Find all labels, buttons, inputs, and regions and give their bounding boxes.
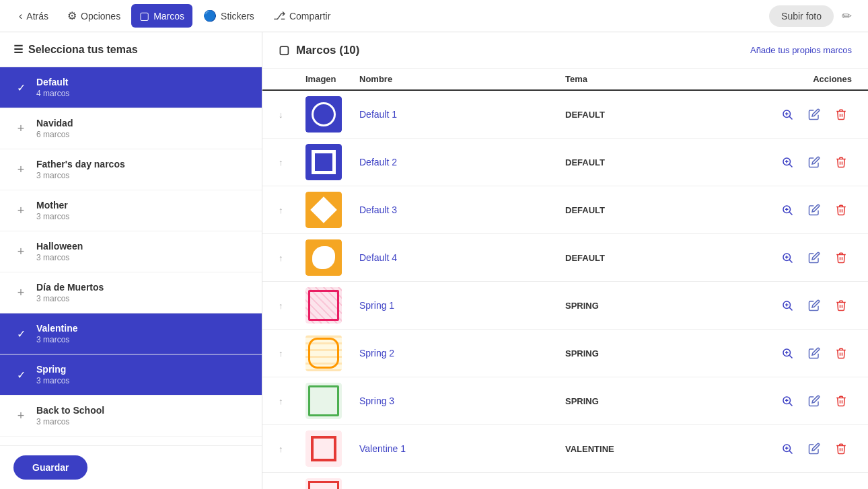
- sidebar-item-back-school[interactable]: + Back to School 3 marcos: [0, 396, 262, 437]
- zoom-button[interactable]: [776, 342, 798, 364]
- share-icon: ⎇: [273, 9, 285, 22]
- back-button[interactable]: ‹ Atrás: [11, 5, 57, 28]
- delete-button[interactable]: [830, 295, 852, 316]
- zoom-button[interactable]: [776, 199, 798, 221]
- col-header-tema: Tema: [565, 74, 771, 84]
- back-icon: ‹: [19, 10, 22, 22]
- sidebar-item-title: Father's day narcos: [36, 159, 248, 170]
- edit-button[interactable]: [803, 199, 825, 221]
- frame-name[interactable]: Default 1: [359, 109, 565, 120]
- share-label: Compartir: [289, 11, 330, 22]
- sidebar-item-title: Spring: [36, 364, 248, 375]
- delete-button[interactable]: [830, 104, 852, 125]
- col-header-imagen: Imagen: [305, 74, 359, 84]
- sidebar-item-text: Default 4 marcos: [36, 77, 248, 98]
- stickers-button[interactable]: 🔵 Stickers: [195, 4, 262, 28]
- zoom-button[interactable]: [776, 104, 798, 125]
- edit-button[interactable]: [803, 295, 825, 316]
- stickers-label: Stickers: [221, 11, 254, 22]
- edit-button[interactable]: [803, 438, 825, 459]
- sidebar-item-sub: 3 marcos: [36, 335, 248, 344]
- frame-theme: DEFAULT: [565, 253, 771, 263]
- svg-line-29: [789, 451, 792, 453]
- frame-name[interactable]: Spring 3: [359, 396, 565, 406]
- sidebar-item-fathers-day[interactable]: + Father's day narcos 3 marcos: [0, 149, 262, 190]
- sidebar-item-halloween[interactable]: + Halloween 3 marcos: [0, 231, 262, 272]
- frames-button[interactable]: ▢ Marcos: [131, 4, 192, 28]
- back-label: Atrás: [26, 11, 48, 22]
- delete-button[interactable]: [830, 151, 852, 173]
- frame-theme: SPRING: [565, 396, 771, 406]
- sidebar-item-title: Día de Muertos: [36, 282, 248, 293]
- delete-button[interactable]: [830, 438, 852, 459]
- sidebar-item-dia-muertos[interactable]: + Día de Muertos 3 marcos: [0, 272, 262, 313]
- frame-name[interactable]: Default 3: [359, 204, 565, 215]
- sidebar-item-default[interactable]: ✓ Default 4 marcos: [0, 67, 262, 108]
- sidebar-item-text: Navidad 6 marcos: [36, 118, 248, 139]
- frame-thumbnail: [305, 383, 342, 419]
- delete-button[interactable]: [830, 247, 852, 268]
- edit-button[interactable]: [803, 104, 825, 125]
- share-button[interactable]: ⎇ Compartir: [265, 4, 338, 28]
- edit-button[interactable]: [803, 486, 825, 489]
- zoom-button[interactable]: [776, 151, 798, 173]
- svg-line-5: [789, 164, 792, 167]
- zoom-button[interactable]: [776, 486, 798, 489]
- zoom-button[interactable]: [776, 247, 798, 268]
- check-icon: ✓: [13, 80, 28, 95]
- frame-thumbnail: [305, 239, 342, 276]
- add-own-frames-link[interactable]: Añade tus propios marcos: [750, 45, 852, 55]
- sidebar-item-title: Default: [36, 77, 248, 87]
- frame-name[interactable]: Spring 1: [359, 300, 565, 311]
- row-index: ↑: [279, 396, 305, 406]
- sidebar-item-text: Mother 3 marcos: [36, 200, 248, 221]
- table-row: ↑ Default 3 DEFAULT: [262, 186, 868, 234]
- col-header-empty: [279, 74, 305, 84]
- frame-name[interactable]: Spring 2: [359, 348, 565, 359]
- frame-name[interactable]: Valentine 1: [359, 443, 565, 454]
- edit-icon-button[interactable]: ✏: [836, 6, 857, 26]
- frame-thumbnail: [305, 192, 342, 228]
- delete-button[interactable]: [830, 342, 852, 364]
- zoom-button[interactable]: [776, 390, 798, 412]
- sidebar-item-navidad[interactable]: + Navidad 6 marcos: [0, 108, 262, 149]
- row-index: ↑: [279, 253, 305, 263]
- save-button[interactable]: Guardar: [13, 455, 87, 480]
- sidebar-item-text: Spring 3 marcos: [36, 364, 248, 385]
- delete-button[interactable]: [830, 199, 852, 221]
- svg-line-17: [789, 307, 792, 310]
- frame-name[interactable]: Default 2: [359, 157, 565, 167]
- sidebar-item-text: Valentine 3 marcos: [36, 323, 248, 344]
- frame-name[interactable]: Default 4: [359, 252, 565, 263]
- upload-photo-button[interactable]: Subir foto: [769, 5, 834, 27]
- frame-thumbnail: [305, 335, 342, 371]
- options-button[interactable]: ⚙ Opciones: [59, 4, 129, 28]
- frame-theme: DEFAULT: [565, 205, 771, 215]
- row-index: ↑: [279, 205, 305, 215]
- check-icon: ✓: [13, 367, 28, 382]
- list-icon: ☰: [13, 43, 23, 56]
- frame-theme: SPRING: [565, 348, 771, 359]
- edit-button[interactable]: [803, 247, 825, 268]
- sidebar-list: ✓ Default 4 marcos + Navidad 6 marcos + …: [0, 67, 262, 445]
- sidebar-item-spring[interactable]: ✓ Spring 3 marcos: [0, 354, 262, 396]
- delete-button[interactable]: [830, 390, 852, 412]
- sidebar-item-sub: 6 marcos: [36, 130, 248, 139]
- sidebar-item-sub: 3 marcos: [36, 212, 248, 221]
- zoom-button[interactable]: [776, 438, 798, 459]
- svg-line-1: [789, 116, 792, 119]
- zoom-button[interactable]: [776, 295, 798, 316]
- content-area: ▢ Marcos (10) Añade tus propios marcos I…: [262, 32, 868, 489]
- sidebar-item-sub: 3 marcos: [36, 253, 248, 262]
- sidebar-item-text: Halloween 3 marcos: [36, 241, 248, 262]
- row-actions: [771, 438, 852, 459]
- row-actions: [771, 247, 852, 268]
- edit-button[interactable]: [803, 390, 825, 412]
- edit-button[interactable]: [803, 151, 825, 173]
- col-header-nombre: Nombre: [359, 74, 565, 84]
- edit-button[interactable]: [803, 342, 825, 364]
- delete-button[interactable]: [830, 486, 852, 489]
- sidebar-item-valentine[interactable]: ✓ Valentine 3 marcos: [0, 313, 262, 354]
- sidebar-item-mother[interactable]: + Mother 3 marcos: [0, 190, 262, 231]
- table-row: ↑ Default 4 DEFAULT: [262, 234, 868, 282]
